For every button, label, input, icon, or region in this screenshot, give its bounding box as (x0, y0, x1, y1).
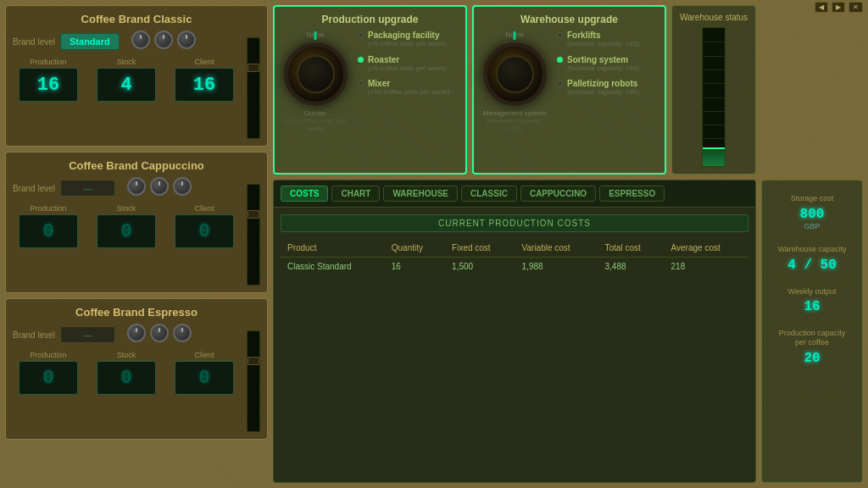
warehouse-upgrade-box: Warehouse upgrade None Management system… (472, 5, 666, 175)
brand-level-label-esp: Brand level (13, 330, 55, 340)
tab-cappuccino[interactable]: CAPPUCCINO (520, 186, 596, 202)
production-value-classic: 16 (19, 68, 78, 102)
cell-average: 218 (665, 258, 748, 276)
mixer-dot (358, 80, 364, 86)
stock-label-classic: Stock (117, 58, 136, 66)
mixer-name: Mixer (368, 79, 450, 88)
warehouse-dial[interactable] (483, 42, 547, 106)
production-label-esp: Production (30, 351, 66, 359)
col-product: Product (281, 239, 385, 258)
palletizing-name: Palletizing robots (567, 79, 639, 88)
production-value-esp: 0 (19, 361, 78, 395)
storage-label: Storage cost (772, 194, 852, 203)
prod-opt-packaging: Packaging facility (+5 coffee units per … (358, 30, 459, 48)
production-options: Packaging facility (+5 coffee units per … (358, 30, 459, 132)
knob-3-esp[interactable] (173, 324, 192, 342)
col-average: Average cost (665, 239, 748, 258)
warehouse-dial-area: None Management system(increase capacity… (481, 30, 548, 132)
slider-knob-capp[interactable] (248, 210, 259, 219)
tick-4 (703, 83, 725, 84)
weekly-label: Weekly output (772, 287, 852, 297)
brand-level-label-classic: Brand level (13, 37, 55, 47)
next-btn[interactable]: ▶ (832, 2, 845, 13)
slider-knob-esp[interactable] (248, 357, 259, 365)
close-btn[interactable]: ✕ (849, 2, 863, 13)
production-bottom-label: Grinder(+10 coffee units per week) (281, 109, 349, 132)
roaster-dot (358, 57, 364, 63)
sorting-dot (557, 57, 563, 63)
knob-3-capp[interactable] (173, 177, 192, 196)
production-dial[interactable] (284, 42, 348, 106)
roaster-desc: (+5 coffee units per week) (368, 64, 446, 73)
warehouse-status-panel: Warehouse status (671, 5, 756, 175)
stock-value-classic: 4 (97, 68, 156, 102)
cell-fixed: 1,500 (445, 258, 515, 276)
tab-espresso[interactable]: ESPRESSO (599, 186, 665, 202)
knob-2-esp[interactable] (150, 324, 169, 342)
slider-classic[interactable] (247, 37, 260, 139)
palletizing-dot (557, 80, 563, 86)
knob-1-classic[interactable] (131, 30, 150, 49)
cell-quantity: 16 (385, 258, 445, 276)
client-label-capp: Client (194, 204, 214, 213)
tick-1 (703, 42, 725, 42)
cell-variable: 1,988 (515, 258, 598, 276)
col-variable: Variable cost (515, 239, 598, 258)
tick-6 (703, 111, 725, 112)
brand-card-classic: Coffee Brand Classic Brand level Standar… (5, 5, 268, 147)
production-dial-inner (297, 55, 335, 93)
brand-card-cappuccino: Coffee Brand Cappuccino Brand level --- (5, 152, 268, 293)
warehouse-meter (702, 27, 726, 167)
brand-level-btn-classic[interactable]: Standard (60, 33, 120, 50)
tab-warehouse[interactable]: WAREHOUSE (383, 186, 458, 202)
prev-btn[interactable]: ◀ (815, 2, 828, 13)
packaging-name: Packaging facility (368, 30, 446, 40)
table-section: CURRENT PRODUCTION COSTS Product Quantit… (274, 208, 755, 482)
col-fixed: Fixed cost (445, 239, 515, 258)
stats-storage: Storage cost 800 GBP (769, 187, 855, 238)
wh-cap-label: Warehouse capacity (772, 245, 852, 254)
bottom-section: COSTS CHART WAREHOUSE CLASSIC CAPPUCCINO… (273, 180, 756, 483)
tick-7 (703, 125, 725, 125)
tab-chart[interactable]: CHART (331, 186, 380, 202)
mixer-desc: (+10 coffee units per week) (368, 88, 450, 97)
left-panel: Coffee Brand Classic Brand level Standar… (5, 5, 268, 483)
knob-1-esp[interactable] (127, 324, 146, 342)
client-value-capp: 0 (175, 214, 234, 248)
right-panel: Storage cost 800 GBP Warehouse capacity … (761, 5, 863, 483)
stock-label-esp: Stock (117, 351, 136, 359)
costs-table: Product Quantity Fixed cost Variable cos… (281, 239, 748, 275)
tick-5 (703, 97, 725, 98)
stock-value-capp: 0 (97, 214, 156, 248)
costs-header: CURRENT PRODUCTION COSTS (281, 214, 748, 232)
warehouse-options: Forklifts (increase capacity: +15) Sorti… (557, 30, 658, 132)
packaging-dot (358, 32, 364, 38)
forklifts-desc: (increase capacity: +15) (567, 40, 639, 48)
slider-esp[interactable] (247, 330, 260, 432)
brand-level-btn-esp[interactable]: --- (60, 326, 115, 343)
knob-2-classic[interactable] (154, 30, 173, 49)
tab-classic[interactable]: CLASSIC (461, 186, 517, 202)
slider-capp[interactable] (247, 184, 260, 286)
storage-value: 800 (772, 207, 852, 222)
col-total: Total cost (598, 239, 665, 258)
tab-costs[interactable]: COSTS (281, 186, 328, 202)
warehouse-fill (703, 149, 725, 166)
storage-unit: GBP (772, 222, 852, 230)
weekly-value: 16 (772, 299, 852, 314)
table-row: Classic Standard 16 1,500 1,988 3,488 21… (281, 258, 748, 276)
knob-2-capp[interactable] (150, 177, 169, 196)
production-label-classic: Production (30, 58, 66, 66)
production-upgrade-title: Production upgrade (281, 14, 459, 25)
roaster-name: Roaster (368, 55, 446, 64)
packaging-desc: (+5 coffee units per week) (368, 40, 446, 48)
slider-knob-classic[interactable] (248, 64, 259, 72)
client-value-classic: 16 (175, 68, 234, 102)
brand-level-btn-capp[interactable]: --- (60, 180, 115, 197)
warehouse-upgrade-title: Warehouse upgrade (481, 14, 658, 25)
production-value-capp: 0 (19, 214, 78, 248)
prod-opt-roaster: Roaster (+5 coffee units per week) (358, 55, 459, 73)
knob-3-classic[interactable] (177, 30, 196, 49)
knob-1-capp[interactable] (127, 177, 146, 196)
brand-level-label-capp: Brand level (13, 184, 55, 193)
